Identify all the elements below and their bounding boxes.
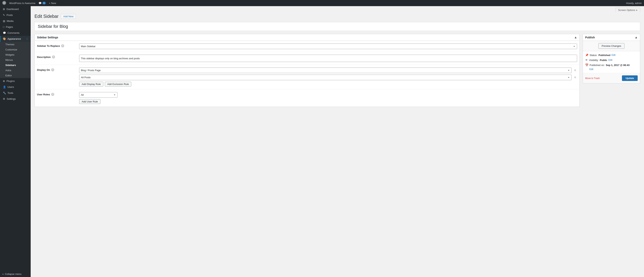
main-content: Screen Options Edit Sidebar Add New Side… — [31, 6, 644, 277]
postbox-toggle-button[interactable]: ▲ — [574, 36, 577, 39]
submenu-item-menus[interactable]: Menus — [0, 57, 31, 63]
tools-icon: 🔧 — [3, 92, 6, 94]
preview-changes-button[interactable]: Preview Changes — [598, 43, 624, 49]
remove-rule-2-button[interactable]: ✕ — [573, 76, 577, 79]
display-on-help-icon[interactable]: ? — [51, 68, 54, 71]
sidebar-item-users[interactable]: 👤 Users — [0, 84, 31, 90]
comments-link[interactable]: 💬 0 — [38, 2, 46, 5]
posts-icon: ✎ — [3, 14, 5, 17]
submenu-item-widgets[interactable]: Widgets — [0, 52, 31, 57]
appearance-submenu: Themes Customize Widgets Menus Sidebars … — [0, 42, 31, 78]
sidebar-to-replace-select[interactable]: Main Sidebar Secondary Sidebar Footer Si… — [79, 44, 577, 49]
move-to-trash-link[interactable]: Move to Trash — [585, 77, 600, 80]
publish-postbox-container: Publish ▲ Preview Changes 📌 Status: Publ… — [583, 34, 640, 87]
display-on-row: Display On ? Blog / Posts Page — [35, 65, 580, 89]
new-menu[interactable]: + New — [49, 2, 56, 5]
sidebar-item-pages[interactable]: □ Pages — [0, 24, 31, 30]
admin-menu: ⊞ Dashboard ✎ Posts ▤ Media □ Pages 💬 Co… — [0, 6, 31, 277]
postbox-header[interactable]: Sidebar Settings ▲ — [35, 34, 580, 41]
users-icon: 👤 — [3, 86, 6, 88]
collapse-icon: « — [2, 272, 4, 275]
post-body-content: Sidebar Settings ▲ Sidebar To Replace ? — [34, 34, 580, 110]
submenu-item-editor[interactable]: Editor — [0, 73, 31, 78]
sidebar-item-plugins[interactable]: ⊕ Plugins — [0, 78, 31, 84]
status-value: Published — [598, 54, 610, 57]
sidebar-item-label: Appearance — [8, 37, 21, 40]
status-icon: 📌 — [585, 54, 588, 57]
publish-postbox-header[interactable]: Publish ▲ — [583, 34, 640, 41]
published-on-row: 📅 Published on: Sep 1, 2017 @ 06:43 — [585, 64, 638, 67]
post-body: Sidebar Settings ▲ Sidebar To Replace ? — [34, 34, 640, 110]
visibility-row: 👁 Visibility: Public Edit — [585, 59, 638, 62]
site-name[interactable]: WordPress is Awesome — [9, 2, 36, 5]
publish-title: Publish — [585, 36, 595, 39]
comments-icon: 💬 — [3, 32, 6, 34]
submenu-item-customize[interactable]: Customize — [0, 47, 31, 52]
status-edit-link[interactable]: Edit — [612, 54, 616, 56]
remove-rule-1-button[interactable]: ✕ — [573, 69, 577, 72]
post-title-input[interactable] — [34, 22, 640, 31]
user-roles-label: User Roles — [37, 93, 50, 96]
user-roles-select[interactable]: All Administrator Editor Author Subscrib… — [79, 92, 118, 98]
sidebar-item-label: Plugins — [6, 80, 15, 83]
user-roles-help-icon[interactable]: ? — [51, 93, 54, 96]
postbox-title: Sidebar Settings — [37, 36, 58, 39]
sidebar-to-replace-label: Sidebar To Replace — [37, 45, 60, 47]
sidebar-item-label: Comments — [8, 32, 20, 34]
published-date-edit-link[interactable]: Edit — [590, 68, 594, 71]
sidebar-to-replace-row: Sidebar To Replace ? Main Sidebar Second… — [35, 41, 580, 52]
page-title-area: Edit Sidebar Add New — [34, 14, 640, 19]
publish-actions: Preview Changes — [583, 41, 640, 51]
publish-footer: Move to Trash Update — [583, 73, 640, 83]
update-button[interactable]: Update — [622, 75, 638, 81]
sidebar-item-posts[interactable]: ✎ Posts — [0, 12, 31, 18]
sidebar-item-comments[interactable]: 💬 Comments — [0, 30, 31, 36]
sidebar-item-media[interactable]: ▤ Media — [0, 18, 31, 24]
dashboard-icon: ⊞ — [3, 8, 5, 11]
visibility-value: Public — [600, 59, 607, 62]
wp-logo-icon[interactable] — [2, 1, 6, 5]
media-icon: ▤ — [3, 20, 5, 23]
howdy-user[interactable]: Howdy, admin — [626, 2, 642, 5]
display-rule-row-1: Blog / Posts Page All Posts All Pages Fr… — [79, 68, 577, 73]
sidebar-item-settings[interactable]: ⚙ Settings — [0, 96, 31, 102]
published-on-value: Sep 1, 2017 @ 06:43 — [606, 64, 630, 67]
submenu-item-themes[interactable]: Themes — [0, 42, 31, 47]
display-rule-select-2[interactable]: All Posts Blog / Posts Page All Pages — [79, 75, 572, 80]
add-display-rule-button[interactable]: Add Display Rule — [79, 82, 103, 87]
sidebar-item-appearance[interactable]: 🎨 Appearance — [0, 36, 31, 42]
display-rule-row-2: All Posts Blog / Posts Page All Pages ✕ — [79, 75, 577, 80]
published-on-label: Published on: — [590, 64, 605, 67]
sidebar-item-dashboard[interactable]: ⊞ Dashboard — [0, 6, 31, 12]
description-row: Description ? — [35, 52, 580, 65]
description-input[interactable] — [79, 55, 577, 62]
rule-buttons: Add Display Rule Add Exclusion Rule — [79, 82, 577, 87]
publish-postbox: Publish ▲ Preview Changes 📌 Status: Publ… — [583, 34, 640, 83]
sidebar-to-replace-help-icon[interactable]: ? — [61, 44, 64, 47]
settings-table: Sidebar To Replace ? Main Sidebar Second… — [35, 41, 580, 107]
sidebar-item-tools[interactable]: 🔧 Tools — [0, 90, 31, 96]
description-help-icon[interactable]: ? — [52, 56, 55, 59]
sidebar-item-label: Pages — [6, 26, 13, 28]
sidebar-item-label: Dashboard — [6, 8, 19, 11]
add-user-rule-button[interactable]: Add User Rule — [79, 99, 100, 104]
display-rule-select-1[interactable]: Blog / Posts Page All Posts All Pages Fr… — [79, 68, 572, 73]
status-row: 📌 Status: Published Edit — [585, 54, 638, 57]
submenu-item-sidebars[interactable]: Sidebars — [0, 63, 31, 68]
collapse-menu-button[interactable]: « Collapse menu — [0, 271, 31, 277]
add-exclusion-rule-button[interactable]: Add Exclusion Rule — [105, 82, 132, 87]
publish-toggle-button[interactable]: ▲ — [634, 36, 638, 39]
chevron-right-icon — [27, 38, 28, 40]
plugins-icon: ⊕ — [3, 80, 5, 83]
sidebar-settings-postbox: Sidebar Settings ▲ Sidebar To Replace ? — [34, 34, 580, 107]
visibility-edit-link[interactable]: Edit — [608, 59, 612, 61]
display-on-label: Display On — [37, 69, 50, 71]
add-new-button[interactable]: Add New — [61, 14, 76, 19]
page-title: Edit Sidebar — [34, 14, 58, 19]
comments-count: 0 — [42, 2, 46, 5]
status-label: Status: — [590, 54, 597, 57]
screen-options-button[interactable]: Screen Options — [616, 8, 640, 12]
appearance-icon: 🎨 — [3, 37, 6, 40]
screen-meta-links: Screen Options — [34, 6, 640, 14]
submenu-item-astra[interactable]: Astra — [0, 68, 31, 73]
